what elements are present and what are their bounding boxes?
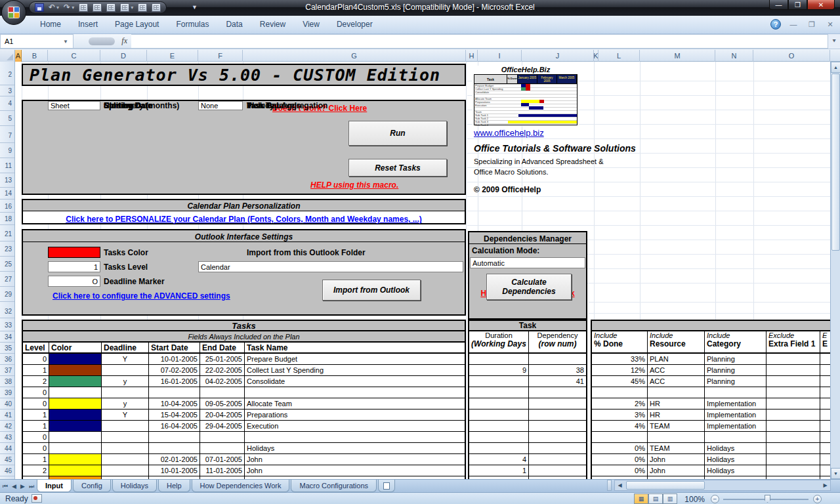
column-header[interactable]: C <box>48 50 100 62</box>
zoom-slider-thumb[interactable] <box>765 495 770 503</box>
sheet-tab[interactable]: How Dependencies Work <box>192 480 290 492</box>
expand-formula-bar-icon[interactable]: ⯆ <box>828 34 840 49</box>
column-header[interactable]: M <box>640 50 715 62</box>
ribbon-tab[interactable]: Data <box>217 16 251 34</box>
save-icon[interactable] <box>35 3 44 12</box>
mid-row[interactable] <box>469 354 586 365</box>
mid-row[interactable] <box>469 398 586 410</box>
row-header[interactable]: 18 <box>0 213 14 225</box>
row-header[interactable]: 29 <box>0 287 14 302</box>
task-row[interactable]: 1 Y 15-04-2005 20-04-2005 Preparations <box>23 410 465 421</box>
column-header[interactable]: D <box>100 50 147 62</box>
zoom-level[interactable]: 100% <box>684 495 705 504</box>
row-header[interactable]: 40 <box>0 398 14 410</box>
help-macro-link[interactable]: HELP using this macro. <box>310 180 398 190</box>
row-header[interactable]: 34 <box>0 331 14 343</box>
close-button[interactable]: ✕ <box>807 0 835 10</box>
mid-row[interactable]: 41 <box>469 376 586 387</box>
undo-dropdown-icon[interactable]: ▾ <box>56 5 59 10</box>
macro-record-icon[interactable] <box>32 494 42 503</box>
ribbon-tab[interactable]: Formulas <box>167 16 217 34</box>
print-setup-icon[interactable] <box>106 3 116 12</box>
next-sheet-icon[interactable]: ▶ <box>20 483 25 490</box>
task-row[interactable]: 0 <box>23 387 465 398</box>
row-header[interactable]: 45 <box>0 454 14 465</box>
horizontal-scrollbar[interactable]: ◀ ▶ <box>614 480 831 491</box>
page-layout-view-icon[interactable]: ▤ <box>648 494 663 504</box>
column-header[interactable]: L <box>598 50 640 62</box>
task-row[interactable]: 0 Y 10-01-2005 25-01-2005 Prepare Budget <box>23 354 465 365</box>
scroll-left-icon[interactable]: ◀ <box>615 482 625 488</box>
run-button[interactable]: Run <box>348 121 447 146</box>
row-header[interactable]: 2 <box>0 64 14 85</box>
row-header[interactable]: 7 <box>0 129 14 143</box>
mid-row[interactable] <box>469 443 586 454</box>
task-row[interactable]: 1 16-04-2005 29-04-2005 Execution <box>23 421 465 432</box>
name-box-dropdown-icon[interactable]: ▼ <box>63 39 73 45</box>
vertical-scroll-thumb[interactable] <box>831 74 840 251</box>
calculate-dependencies-button[interactable]: Calculate Dependencies <box>486 274 572 300</box>
row-header[interactable]: 25 <box>0 257 14 272</box>
ribbon-tab[interactable]: Developer <box>328 16 381 34</box>
row-header[interactable]: 4 <box>0 96 14 111</box>
row-header[interactable]: 3 <box>0 85 14 96</box>
mid-row[interactable] <box>469 432 586 443</box>
form-input[interactable]: None <box>198 101 243 110</box>
right-row[interactable]: 0% John Holidays <box>592 465 831 476</box>
right-row[interactable]: 33% PLAN Planning <box>592 354 831 365</box>
right-row[interactable]: 0% TEAM Holidays <box>592 443 831 454</box>
row-header[interactable]: 32 <box>0 304 14 318</box>
mid-row[interactable]: 4 <box>469 454 586 465</box>
right-row[interactable]: 12% ACC Planning <box>592 365 831 376</box>
redo-dropdown-icon[interactable]: ▾ <box>72 5 74 10</box>
row-header[interactable]: 16 <box>0 201 14 213</box>
task-row[interactable]: 2 y 16-01-2005 04-02-2005 Consolidate <box>23 376 465 387</box>
restore-button[interactable]: ❐ <box>788 0 807 10</box>
scroll-right-icon[interactable]: ▶ <box>820 482 830 488</box>
document-icon[interactable] <box>120 3 129 12</box>
task-row[interactable]: 0 Holidays <box>23 443 465 454</box>
row-header[interactable]: 11 <box>0 159 14 173</box>
row-header[interactable]: 43 <box>0 432 14 443</box>
column-header[interactable]: A <box>15 50 22 62</box>
task-row[interactable]: 0 y 10-04-2005 09-05-2005 Allocate Team <box>23 398 465 410</box>
ribbon-tab[interactable]: Review <box>251 16 294 34</box>
sheet-tab[interactable]: Holidays <box>112 480 157 492</box>
column-header[interactable]: K <box>594 50 598 62</box>
deadline-marker-input[interactable]: O <box>48 276 100 287</box>
sheet-tab[interactable]: Config <box>73 480 111 492</box>
row-header[interactable]: 39 <box>0 387 14 398</box>
import-from-outlook-button[interactable]: Import from Outlook <box>322 280 421 301</box>
task-row[interactable]: 1 07-02-2005 22-02-2005 Collect Last Y S… <box>23 365 465 376</box>
redo-icon[interactable]: ↷ <box>64 3 70 12</box>
row-header[interactable]: 41 <box>0 410 14 421</box>
row-header[interactable]: 23 <box>0 242 14 257</box>
right-row[interactable]: 0% John Holidays <box>592 454 831 465</box>
mid-row[interactable] <box>469 410 586 421</box>
calc-mode-input[interactable]: Automatic <box>470 257 585 268</box>
ribbon-tab[interactable]: Page Layout <box>106 16 167 34</box>
task-row[interactable]: 2 10-01-2005 11-01-2005 John <box>23 465 465 476</box>
column-header[interactable]: N <box>715 50 753 62</box>
sheet-tab[interactable]: Input <box>37 480 72 492</box>
mid-row[interactable] <box>469 387 586 398</box>
row-header[interactable]: 38 <box>0 376 14 387</box>
sheet-tab[interactable]: Help <box>158 480 190 492</box>
task-row[interactable]: 0 <box>23 432 465 443</box>
reset-tasks-button[interactable]: Reset Tasks <box>348 159 447 177</box>
scroll-up-icon[interactable]: ▲ <box>831 62 840 73</box>
prev-sheet-icon[interactable]: ◀ <box>12 483 16 490</box>
insert-function-icon[interactable]: fx <box>121 36 127 46</box>
column-header[interactable]: B <box>22 50 48 62</box>
row-header[interactable]: 9 <box>0 144 14 158</box>
row-header[interactable]: 27 <box>0 272 14 287</box>
tasks-color-swatch[interactable] <box>48 247 100 258</box>
insert-worksheet-tab[interactable] <box>378 480 395 492</box>
zoom-out-icon[interactable]: − <box>711 495 719 503</box>
tab-scrollbar-splitter[interactable] <box>607 480 612 491</box>
row-header[interactable]: 13 <box>0 173 14 188</box>
column-header[interactable]: F <box>198 50 243 62</box>
ribbon-tab[interactable]: View <box>294 16 328 34</box>
minimize-button[interactable]: — <box>769 0 788 10</box>
row-header[interactable]: 21 <box>0 227 14 242</box>
